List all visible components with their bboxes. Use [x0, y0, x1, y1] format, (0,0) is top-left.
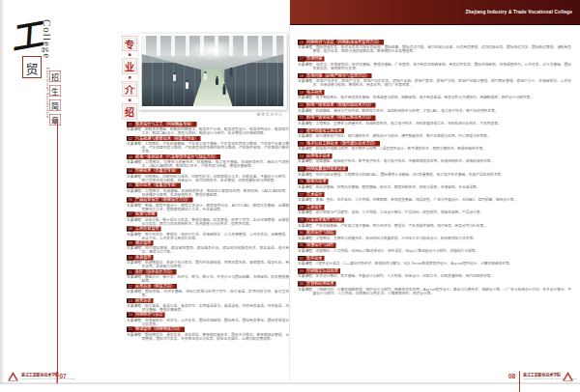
major-title-bar: 07投资与理财: [127, 211, 158, 216]
courses-label: 主要课程：: [298, 274, 315, 279]
major-number: 18: [298, 73, 305, 78]
title-char-box: 专: [122, 36, 137, 51]
courses-label: 主要课程：: [127, 188, 145, 193]
page-seam: [289, 0, 290, 383]
courses-label: 主要课程：: [298, 96, 315, 100]
photo-person: [204, 73, 207, 80]
major-section: 17市场营销主要课程：经济法、市场营销学、经济学基础、管理学基础、广告策划、电子…: [298, 56, 571, 70]
courses-label: 主要课程：: [127, 141, 145, 146]
major-courses: 主要课程：房地产经济学、房地产法学、房地产估价实务、房地产金融、房地产策划、房地…: [298, 79, 571, 87]
major-title-bar: 09酒店管理: [127, 240, 153, 245]
footer-right-rule: [519, 372, 520, 392]
courses-label: 主要课程：: [127, 318, 145, 322]
major-section: 28工业设计主要课程：设计表现与产品速写、透视、三大构成、工业设计概论、产品材料…: [298, 205, 571, 214]
major-courses: 主要课程：电路基础、模拟电子技术、数字电子技术、电力电子技术、传感器原理及应用、…: [298, 159, 571, 163]
major-number: 24: [298, 154, 305, 158]
major-number: 12: [127, 284, 134, 289]
major-section: 13商务英语主要课程：综合英语、英语口语、英语写作、实用英语语法、英语语音、剑桥…: [127, 298, 289, 312]
brochure-char-box: 生: [49, 85, 61, 97]
major-courses: 主要课程：综合英语、英语口语、英语写作、实用英语语法、英语语音、剑桥商务英语、经…: [127, 304, 289, 312]
major-title-bar: 03机电一体化技术（汽车零部件设计与制造方向）: [127, 154, 220, 159]
major-courses: 主要课程：工程图学、互换性与测量技术、模具材料与表面处理、冷冲压工艺与模具设计、…: [298, 236, 571, 239]
major-number: 33: [298, 268, 305, 273]
major-section: 21机电一体化技术（材料工程技术方向）主要课程：工程图学、互换性与测量技术、机械…: [298, 116, 571, 126]
major-title: 应用电子技术: [306, 154, 331, 158]
major-number: 09: [127, 240, 134, 245]
major-number: 02: [127, 136, 134, 141]
major-number: 26: [298, 180, 305, 184]
major-title-bar: 26眼视光技术: [298, 180, 329, 184]
major-number: 13: [127, 298, 134, 303]
major-title-bar: 32软件技术: [298, 256, 324, 261]
calligraphy-logo: 工 贸: [11, 21, 40, 79]
courses-label: 主要课程：: [298, 45, 316, 50]
major-section: 26眼视光技术主要课程：视光学基础、应用光学基础、眼镜基础、验光学、眼镜定配技术…: [298, 180, 571, 189]
major-title-bar: 16国际经济与贸易（国际航运业务管理方向）: [298, 40, 384, 44]
machine-indicator-light: [261, 67, 263, 69]
major-title: 国际经济与贸易（国际航运业务管理方向）: [306, 40, 382, 44]
major-courses: 主要课程：旅游管理学、旅游文化与美学、国内外旅游地理、世界风景名胜、营销策划、服…: [127, 261, 289, 268]
major-section: 29汽车技术服务与营销主要课程：汽车机械基础、汽车电工电子基础、西方经济学、管理…: [298, 217, 571, 227]
major-title-bar: 21机电一体化技术（材料工程技术方向）: [298, 116, 376, 121]
major-section: 02汽车检测与维修技术（校重点专业）主要课程：工程图学、汽车机械基础、汽车电工电…: [127, 136, 289, 154]
major-title-bar: 06产品造型设计（眼镜设计方向）: [127, 197, 192, 202]
courses-label: 主要课程：: [127, 303, 145, 308]
major-courses: 主要课程：C程序设计语言、C++面向对象技术、数据结构与算法、SQL Serve…: [298, 262, 571, 266]
major-courses: 主要课程：基础会计、审计学、经济法、税法、统计学、外贸会计与国际结算、市场营销、…: [127, 275, 289, 283]
major-title-bar: 31动漫设计与制作: [298, 243, 336, 248]
major-title: 印刷图文信息处理: [306, 268, 338, 273]
title-dot: [129, 54, 131, 57]
college-emblem-icon: [8, 372, 18, 381]
major-title-bar: 05数控技术（省重点专业）: [127, 183, 181, 188]
major-title-bar: 01鞋类设计与工艺（国家精品专业）: [127, 122, 196, 126]
major-section: 32软件技术主要课程：C程序设计语言、C++面向对象技术、数据结构与算法、SQL…: [298, 256, 571, 266]
major-courses: 主要课程：现代酒店管理、酒店营销策划、酒店服务礼仪、酒店知识和服务技术、饭店英语…: [127, 246, 289, 254]
courses-label: 主要课程：: [298, 159, 315, 164]
college-emblem-icon: [563, 372, 573, 381]
major-title: 物流管理（国际物流方向）: [135, 327, 183, 332]
major-title-bar: 02汽车检测与维修技术（校重点专业）: [127, 136, 201, 141]
calligraphy-char: 工: [8, 19, 42, 55]
brochure-char-box: 简: [49, 99, 61, 111]
major-title-bar: 15物流管理（国际物流方向）: [127, 327, 185, 332]
courses-label: 主要课程：: [298, 133, 315, 138]
courses-label: 主要课程：: [298, 210, 315, 215]
major-title-bar: 24应用电子技术: [298, 154, 333, 158]
major-title: 软件技术: [306, 256, 322, 261]
title-dot: [129, 99, 131, 102]
footer-left-college: 浙江工贸职业技术学院 ZHEJIANG INDUSTRY & TRADE VOC…: [21, 373, 75, 380]
major-courses: 主要课程：国际贸易实务、航运业务及代理业务函电、国际结算、国际货运代理、港口机械…: [298, 45, 571, 53]
major-courses: 主要课程：模拟电子线路与应用、电子器件与应用、C语言程序设计、数字通信技术、程控…: [298, 147, 571, 151]
major-title: 楼宇智能化工程技术: [306, 128, 342, 133]
major-courses: 主要课程：印刷概论、印刷材料与适性、印刷色彩学、印刷原理与工艺、印刷设备、平面设…: [127, 175, 289, 182]
footer-left-rule: [57, 372, 58, 384]
major-title: 应用英语（经贸方向）: [135, 284, 175, 289]
major-courses: 主要课程：艺术设计概论、美术基础、平面设计与制作、三大构成、包装设计、印刷工艺、…: [298, 274, 571, 278]
major-title: 市场营销: [306, 56, 322, 61]
brochure-title-chars: 招 生 简 章: [49, 70, 61, 128]
major-title-bar: 23电子信息工程技术（现代通信技术方向）: [298, 141, 380, 146]
major-number: 19: [298, 90, 305, 95]
footer-right-logo: [563, 372, 573, 381]
page-number-left: 07: [60, 373, 67, 380]
major-title-bar: 28工业设计: [298, 205, 324, 210]
major-section: 15物流管理（国际物流方向）主要课程：国际物流学、通关实务、海关报检、集装箱运输…: [127, 327, 289, 341]
major-courses: 主要课程：国际贸易、经济学基础、进出口贸易与应用文写作、综合英语、实用经贸法规、…: [127, 290, 289, 297]
major-section: 34计算机应用技术主要课程：①网络方向：计算机网络原理、网页设计与制作、网络技术…: [298, 281, 571, 294]
vertical-college-text: College: [41, 19, 53, 59]
major-section: 16国际经济与贸易（国际航运业务管理方向）主要课程：国际贸易实务、航运业务及代理…: [298, 40, 571, 53]
major-courses: 主要课程：制鞋美术基础、制鞋结构图画法、鞋类生产认知、鞋类造型设计、鞋类结构设计…: [127, 127, 289, 135]
major-title-bar: 29汽车技术服务与营销: [298, 217, 344, 222]
major-number: 21: [298, 116, 305, 121]
major-title: 市场营销（房地产经营与管理方向）: [306, 73, 370, 78]
courses-label: 主要课程：: [298, 223, 315, 228]
major-section: 03机电一体化技术（汽车零部件设计与制造方向）主要课程：工程图学、互换性与测量技…: [127, 154, 289, 168]
title-dot: [129, 76, 131, 79]
page-number-right: 08: [508, 373, 515, 380]
courses-label: 主要课程：: [298, 62, 316, 67]
left-page-red-rule: [57, 119, 58, 382]
major-title: 国际经济与贸易: [135, 313, 163, 318]
title-char-box: 绍: [122, 104, 137, 120]
major-title-bar: 04印刷技术（市重点专业）: [127, 169, 181, 174]
major-courses: 主要课程：视光学基础、应用光学基础、眼镜基础、验光学、眼镜定配技术、斜视与弱视、…: [298, 185, 571, 189]
